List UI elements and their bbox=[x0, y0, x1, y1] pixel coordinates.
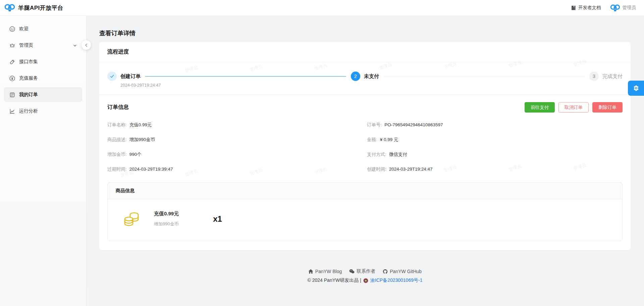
developer-docs-label: 开发者文档 bbox=[578, 5, 601, 11]
page-footer: PanYW Blog 联系作者 PanYW GitHub © 2024 PanY… bbox=[99, 250, 631, 283]
top-bar: 羊腿API开放平台 开发者文档 管理员 bbox=[0, 0, 644, 16]
brand[interactable]: 羊腿API开放平台 bbox=[5, 3, 63, 12]
copyright-text: © 2024 PanYW研发出品 | bbox=[308, 277, 361, 283]
field-expire-time: 过期时间:2024-03-29T19:39:47 bbox=[107, 166, 363, 172]
sidebar-item-label: 我的订单 bbox=[19, 92, 77, 98]
order-section-title: 订单信息 bbox=[107, 104, 129, 111]
field-amount: 金额:¥ 0.99 元 bbox=[367, 137, 623, 143]
cancel-order-button[interactable]: 取消订单 bbox=[558, 102, 589, 113]
icp-license-link[interactable]: 渝ICP备2023001069号-1 bbox=[370, 277, 423, 283]
smiley-icon bbox=[9, 26, 15, 32]
sidebar-item-welcome[interactable]: 欢迎 bbox=[4, 21, 82, 36]
product-info-card: 商品信息 bbox=[107, 182, 623, 241]
sidebar-item-label: 接口市集 bbox=[19, 59, 77, 65]
app-logo-icon bbox=[5, 3, 15, 12]
step-number-badge: 3 bbox=[589, 72, 599, 81]
order-detail-card: 流程进度 创建订单 2024-03-29T19:24:47 2 未支付 3 bbox=[99, 42, 631, 250]
recharge-icon bbox=[9, 76, 15, 81]
step-connector-done bbox=[145, 76, 346, 77]
process-section-title: 流程进度 bbox=[99, 42, 631, 62]
wechat-icon bbox=[349, 269, 355, 274]
sidebar-item-label: 管理页 bbox=[19, 42, 69, 48]
gold-coins-icon bbox=[124, 211, 139, 227]
step-title: 完成支付 bbox=[602, 73, 623, 80]
avatar bbox=[610, 4, 620, 12]
app-title: 羊腿API开放平台 bbox=[18, 4, 63, 12]
api-icon bbox=[9, 59, 15, 65]
step-number-badge: 2 bbox=[351, 72, 360, 81]
sidebar-item-label: 运行分析 bbox=[19, 108, 77, 114]
analytics-icon bbox=[9, 108, 15, 114]
field-order-name: 订单名称:充值0.99元 bbox=[107, 122, 363, 128]
page-title: 查看订单详情 bbox=[99, 29, 631, 37]
sidebar-item-api-market[interactable]: 接口市集 bbox=[4, 54, 82, 69]
step-timestamp: 2024-03-29T19:24:47 bbox=[120, 83, 161, 88]
step-create-order: 创建订单 2024-03-29T19:24:47 bbox=[107, 72, 141, 81]
crown-icon bbox=[9, 43, 15, 48]
product-desc: 增加990金币 bbox=[154, 221, 179, 227]
sidebar: 欢迎 管理页 接口市集 充值服务 我的订单 bbox=[0, 16, 87, 306]
home-icon bbox=[308, 269, 313, 274]
user-name: 管理员 bbox=[623, 5, 636, 11]
field-pay-method: 支付方式:微信支付 bbox=[367, 151, 623, 158]
field-product-desc: 商品描述:增加990金币 bbox=[107, 137, 363, 143]
product-section-title: 商品信息 bbox=[108, 183, 622, 199]
police-badge-icon bbox=[363, 278, 368, 283]
sidebar-item-admin[interactable]: 管理页 bbox=[4, 38, 82, 53]
sidebar-item-analytics[interactable]: 运行分析 bbox=[4, 104, 82, 119]
gear-icon bbox=[633, 85, 640, 92]
step-title: 创建订单 bbox=[120, 73, 141, 80]
step-payment-complete: 3 完成支付 bbox=[589, 72, 623, 81]
field-create-time: 创建时间:2024-03-29T19:24:47 bbox=[367, 166, 623, 172]
field-coins-added: 增加金币:990个 bbox=[107, 151, 363, 158]
order-fields: 订单名称:充值0.99元 订单号:PO-79654942946410863597… bbox=[99, 115, 631, 182]
go-pay-button[interactable]: 前往支付 bbox=[525, 102, 555, 113]
github-icon bbox=[383, 269, 388, 274]
user-menu[interactable]: 管理员 bbox=[610, 4, 636, 12]
product-quantity: x1 bbox=[213, 214, 222, 224]
check-icon bbox=[107, 72, 117, 81]
delete-order-button[interactable]: 删除订单 bbox=[592, 102, 623, 113]
book-icon bbox=[571, 5, 576, 10]
settings-button[interactable] bbox=[628, 81, 644, 96]
developer-docs-link[interactable]: 开发者文档 bbox=[571, 5, 601, 11]
step-unpaid: 2 未支付 bbox=[351, 72, 379, 81]
github-link[interactable]: PanYW GitHub bbox=[383, 269, 422, 274]
product-name: 充值0.99元 bbox=[154, 211, 179, 217]
process-steps: 创建订单 2024-03-29T19:24:47 2 未支付 3 完成支付 bbox=[99, 62, 631, 95]
sidebar-item-label: 欢迎 bbox=[19, 26, 77, 32]
sidebar-item-recharge[interactable]: 充值服务 bbox=[4, 71, 82, 86]
main-content: 管理员管理员管理员管理员管理员管理员管理员管理员管理员管理员管理员管理员管理员管… bbox=[87, 16, 644, 306]
chevron-down-icon bbox=[73, 44, 77, 47]
step-title: 未支付 bbox=[364, 73, 379, 80]
order-icon bbox=[9, 92, 15, 98]
sidebar-collapse-button[interactable] bbox=[82, 40, 91, 50]
sidebar-item-label: 充值服务 bbox=[19, 75, 77, 81]
step-connector-todo bbox=[384, 76, 585, 77]
blog-link[interactable]: PanYW Blog bbox=[308, 269, 342, 274]
sidebar-item-my-orders[interactable]: 我的订单 bbox=[4, 87, 82, 102]
field-order-number: 订单号:PO-79654942946410863597 bbox=[367, 122, 623, 128]
contact-author-link[interactable]: 联系作者 bbox=[349, 268, 375, 274]
